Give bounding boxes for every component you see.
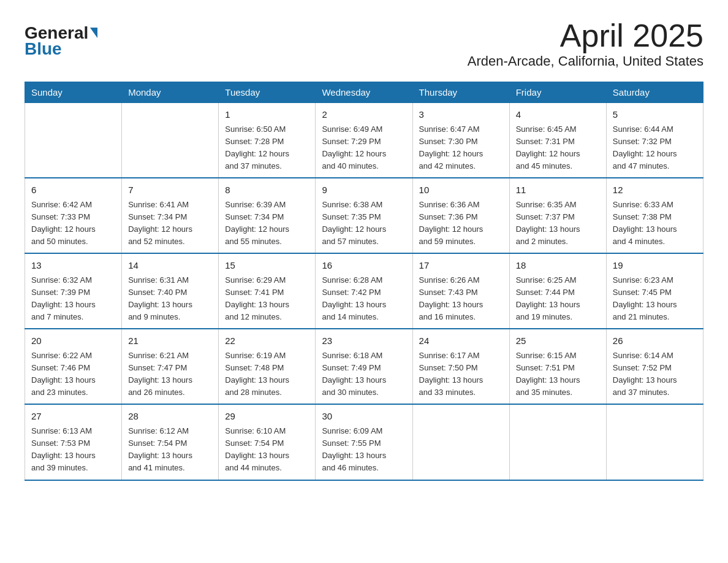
calendar-cell: 2Sunrise: 6:49 AM Sunset: 7:29 PM Daylig…	[316, 103, 412, 178]
day-number: 6	[31, 183, 115, 197]
calendar-cell	[25, 103, 122, 178]
day-number: 26	[613, 334, 697, 348]
day-info: Sunrise: 6:28 AM Sunset: 7:42 PM Dayligh…	[322, 274, 406, 324]
day-info: Sunrise: 6:10 AM Sunset: 7:54 PM Dayligh…	[225, 425, 309, 475]
calendar-week-row: 20Sunrise: 6:22 AM Sunset: 7:46 PM Dayli…	[25, 329, 703, 404]
day-number: 27	[31, 410, 115, 424]
day-number: 19	[613, 259, 697, 273]
day-info: Sunrise: 6:49 AM Sunset: 7:29 PM Dayligh…	[322, 123, 406, 173]
calendar-cell: 9Sunrise: 6:38 AM Sunset: 7:35 PM Daylig…	[316, 178, 412, 253]
logo-triangle-icon	[90, 28, 97, 38]
day-info: Sunrise: 6:21 AM Sunset: 7:47 PM Dayligh…	[128, 350, 212, 399]
calendar-cell: 10Sunrise: 6:36 AM Sunset: 7:36 PM Dayli…	[412, 178, 509, 253]
day-number: 16	[322, 259, 406, 273]
page-header: General Blue April 2025 Arden-Arcade, Ca…	[25, 18, 703, 69]
day-number: 30	[322, 410, 406, 424]
day-info: Sunrise: 6:23 AM Sunset: 7:45 PM Dayligh…	[613, 274, 697, 324]
calendar-cell: 14Sunrise: 6:31 AM Sunset: 7:40 PM Dayli…	[122, 253, 219, 329]
calendar-cell: 22Sunrise: 6:19 AM Sunset: 7:48 PM Dayli…	[219, 329, 316, 404]
calendar-week-row: 1Sunrise: 6:50 AM Sunset: 7:28 PM Daylig…	[25, 103, 703, 178]
calendar-cell: 27Sunrise: 6:13 AM Sunset: 7:53 PM Dayli…	[25, 404, 122, 480]
calendar-cell: 8Sunrise: 6:39 AM Sunset: 7:34 PM Daylig…	[219, 178, 316, 253]
calendar-cell: 19Sunrise: 6:23 AM Sunset: 7:45 PM Dayli…	[606, 253, 703, 329]
day-number: 12	[613, 183, 697, 197]
day-info: Sunrise: 6:47 AM Sunset: 7:30 PM Dayligh…	[419, 123, 503, 173]
day-number: 7	[128, 183, 212, 197]
day-number: 22	[225, 334, 309, 348]
day-number: 13	[31, 259, 115, 273]
day-number: 11	[516, 183, 600, 197]
day-number: 14	[128, 259, 212, 273]
day-info: Sunrise: 6:17 AM Sunset: 7:50 PM Dayligh…	[419, 350, 503, 399]
weekday-header-tuesday: Tuesday	[219, 82, 316, 103]
day-number: 17	[419, 259, 503, 273]
calendar-cell: 7Sunrise: 6:41 AM Sunset: 7:34 PM Daylig…	[122, 178, 219, 253]
day-info: Sunrise: 6:22 AM Sunset: 7:46 PM Dayligh…	[31, 350, 115, 399]
calendar-cell: 3Sunrise: 6:47 AM Sunset: 7:30 PM Daylig…	[412, 103, 509, 178]
logo: General Blue	[25, 25, 97, 58]
day-number: 5	[613, 108, 697, 122]
weekday-header-friday: Friday	[509, 82, 606, 103]
title-block: April 2025 Arden-Arcade, California, Uni…	[468, 18, 703, 69]
calendar-cell: 23Sunrise: 6:18 AM Sunset: 7:49 PM Dayli…	[316, 329, 412, 404]
day-info: Sunrise: 6:15 AM Sunset: 7:51 PM Dayligh…	[516, 350, 600, 399]
day-number: 24	[419, 334, 503, 348]
day-number: 15	[225, 259, 309, 273]
day-number: 29	[225, 410, 309, 424]
day-number: 9	[322, 183, 406, 197]
calendar-cell	[606, 404, 703, 480]
day-info: Sunrise: 6:50 AM Sunset: 7:28 PM Dayligh…	[225, 123, 309, 173]
page-subtitle: Arden-Arcade, California, United States	[468, 53, 703, 69]
logo-blue: Blue	[25, 40, 62, 58]
day-info: Sunrise: 6:35 AM Sunset: 7:37 PM Dayligh…	[516, 199, 600, 248]
weekday-header-sunday: Sunday	[25, 82, 122, 103]
calendar-week-row: 27Sunrise: 6:13 AM Sunset: 7:53 PM Dayli…	[25, 404, 703, 480]
day-number: 20	[31, 334, 115, 348]
day-info: Sunrise: 6:44 AM Sunset: 7:32 PM Dayligh…	[613, 123, 697, 173]
day-number: 18	[516, 259, 600, 273]
calendar-header-row: SundayMondayTuesdayWednesdayThursdayFrid…	[25, 82, 703, 103]
calendar-week-row: 13Sunrise: 6:32 AM Sunset: 7:39 PM Dayli…	[25, 253, 703, 329]
day-info: Sunrise: 6:45 AM Sunset: 7:31 PM Dayligh…	[516, 123, 600, 173]
calendar-cell: 11Sunrise: 6:35 AM Sunset: 7:37 PM Dayli…	[509, 178, 606, 253]
day-number: 2	[322, 108, 406, 122]
day-number: 25	[516, 334, 600, 348]
calendar-cell: 20Sunrise: 6:22 AM Sunset: 7:46 PM Dayli…	[25, 329, 122, 404]
calendar-cell: 30Sunrise: 6:09 AM Sunset: 7:55 PM Dayli…	[316, 404, 412, 480]
weekday-header-wednesday: Wednesday	[316, 82, 412, 103]
calendar-cell: 25Sunrise: 6:15 AM Sunset: 7:51 PM Dayli…	[509, 329, 606, 404]
day-info: Sunrise: 6:33 AM Sunset: 7:38 PM Dayligh…	[613, 199, 697, 248]
day-number: 23	[322, 334, 406, 348]
day-info: Sunrise: 6:32 AM Sunset: 7:39 PM Dayligh…	[31, 274, 115, 324]
calendar-cell: 21Sunrise: 6:21 AM Sunset: 7:47 PM Dayli…	[122, 329, 219, 404]
day-info: Sunrise: 6:14 AM Sunset: 7:52 PM Dayligh…	[613, 350, 697, 399]
day-info: Sunrise: 6:13 AM Sunset: 7:53 PM Dayligh…	[31, 425, 115, 475]
day-number: 28	[128, 410, 212, 424]
day-number: 4	[516, 108, 600, 122]
day-info: Sunrise: 6:26 AM Sunset: 7:43 PM Dayligh…	[419, 274, 503, 324]
day-number: 8	[225, 183, 309, 197]
day-number: 3	[419, 108, 503, 122]
day-number: 10	[419, 183, 503, 197]
calendar-cell: 17Sunrise: 6:26 AM Sunset: 7:43 PM Dayli…	[412, 253, 509, 329]
calendar-cell: 1Sunrise: 6:50 AM Sunset: 7:28 PM Daylig…	[219, 103, 316, 178]
page-title: April 2025	[468, 18, 703, 53]
calendar-cell: 15Sunrise: 6:29 AM Sunset: 7:41 PM Dayli…	[219, 253, 316, 329]
calendar-cell: 5Sunrise: 6:44 AM Sunset: 7:32 PM Daylig…	[606, 103, 703, 178]
day-number: 1	[225, 108, 309, 122]
day-info: Sunrise: 6:25 AM Sunset: 7:44 PM Dayligh…	[516, 274, 600, 324]
calendar-week-row: 6Sunrise: 6:42 AM Sunset: 7:33 PM Daylig…	[25, 178, 703, 253]
weekday-header-saturday: Saturday	[606, 82, 703, 103]
day-info: Sunrise: 6:12 AM Sunset: 7:54 PM Dayligh…	[128, 425, 212, 475]
day-info: Sunrise: 6:36 AM Sunset: 7:36 PM Dayligh…	[419, 199, 503, 248]
weekday-header-thursday: Thursday	[412, 82, 509, 103]
day-info: Sunrise: 6:19 AM Sunset: 7:48 PM Dayligh…	[225, 350, 309, 399]
day-info: Sunrise: 6:38 AM Sunset: 7:35 PM Dayligh…	[322, 199, 406, 248]
calendar-cell: 24Sunrise: 6:17 AM Sunset: 7:50 PM Dayli…	[412, 329, 509, 404]
day-info: Sunrise: 6:41 AM Sunset: 7:34 PM Dayligh…	[128, 199, 212, 248]
calendar-cell: 12Sunrise: 6:33 AM Sunset: 7:38 PM Dayli…	[606, 178, 703, 253]
calendar-cell: 26Sunrise: 6:14 AM Sunset: 7:52 PM Dayli…	[606, 329, 703, 404]
calendar-table: SundayMondayTuesdayWednesdayThursdayFrid…	[25, 82, 703, 480]
calendar-cell: 29Sunrise: 6:10 AM Sunset: 7:54 PM Dayli…	[219, 404, 316, 480]
weekday-header-monday: Monday	[122, 82, 219, 103]
